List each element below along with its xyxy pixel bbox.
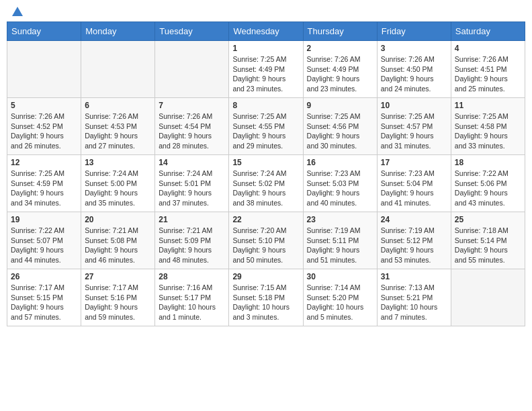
day-info: Sunrise: 7:18 AM Sunset: 5:14 PM Dayligh… (455, 226, 521, 265)
day-number: 2 (307, 44, 373, 53)
calendar-cell: 27Sunrise: 7:17 AM Sunset: 5:16 PM Dayli… (81, 269, 155, 326)
day-info: Sunrise: 7:25 AM Sunset: 4:56 PM Dayligh… (307, 111, 373, 151)
calendar-cell: 25Sunrise: 7:18 AM Sunset: 5:14 PM Dayli… (451, 212, 525, 269)
calendar-cell (155, 41, 229, 98)
day-info: Sunrise: 7:21 AM Sunset: 5:08 PM Dayligh… (85, 226, 151, 265)
day-info: Sunrise: 7:14 AM Sunset: 5:20 PM Dayligh… (307, 283, 373, 322)
day-info: Sunrise: 7:17 AM Sunset: 5:15 PM Dayligh… (11, 283, 77, 322)
day-info: Sunrise: 7:26 AM Sunset: 4:51 PM Dayligh… (455, 54, 521, 94)
day-number: 6 (85, 101, 151, 110)
calendar-cell: 30Sunrise: 7:14 AM Sunset: 5:20 PM Dayli… (303, 269, 377, 326)
day-number: 19 (11, 215, 77, 224)
calendar-cell: 5Sunrise: 7:26 AM Sunset: 4:52 PM Daylig… (7, 98, 81, 155)
day-number: 24 (381, 215, 447, 224)
calendar-cell: 4Sunrise: 7:26 AM Sunset: 4:51 PM Daylig… (451, 41, 525, 98)
column-header-friday: Friday (377, 22, 451, 41)
calendar-cell: 11Sunrise: 7:25 AM Sunset: 4:58 PM Dayli… (451, 98, 525, 155)
calendar-cell: 20Sunrise: 7:21 AM Sunset: 5:08 PM Dayli… (81, 212, 155, 269)
day-number: 16 (307, 158, 373, 167)
day-info: Sunrise: 7:19 AM Sunset: 5:11 PM Dayligh… (307, 226, 373, 265)
day-number: 7 (159, 101, 225, 110)
calendar-cell: 16Sunrise: 7:23 AM Sunset: 5:03 PM Dayli… (303, 155, 377, 212)
day-info: Sunrise: 7:26 AM Sunset: 4:49 PM Dayligh… (307, 54, 373, 94)
day-number: 9 (307, 101, 373, 110)
calendar-cell: 24Sunrise: 7:19 AM Sunset: 5:12 PM Dayli… (377, 212, 451, 269)
day-info: Sunrise: 7:26 AM Sunset: 4:52 PM Dayligh… (11, 111, 77, 151)
calendar-cell: 7Sunrise: 7:26 AM Sunset: 4:54 PM Daylig… (155, 98, 229, 155)
column-header-tuesday: Tuesday (155, 22, 229, 41)
day-info: Sunrise: 7:17 AM Sunset: 5:16 PM Dayligh… (85, 283, 151, 322)
day-number: 23 (307, 215, 373, 224)
day-info: Sunrise: 7:24 AM Sunset: 5:00 PM Dayligh… (85, 169, 151, 208)
calendar-header-row: SundayMondayTuesdayWednesdayThursdayFrid… (7, 22, 525, 41)
calendar-cell: 28Sunrise: 7:16 AM Sunset: 5:17 PM Dayli… (155, 269, 229, 326)
day-number: 1 (232, 44, 299, 53)
day-number: 11 (455, 101, 521, 110)
day-info: Sunrise: 7:19 AM Sunset: 5:12 PM Dayligh… (381, 226, 447, 265)
day-number: 22 (232, 215, 299, 224)
calendar-cell: 23Sunrise: 7:19 AM Sunset: 5:11 PM Dayli… (303, 212, 377, 269)
calendar-cell (81, 41, 155, 98)
day-info: Sunrise: 7:21 AM Sunset: 5:09 PM Dayligh… (159, 226, 225, 265)
calendar-cell: 3Sunrise: 7:26 AM Sunset: 4:50 PM Daylig… (377, 41, 451, 98)
day-info: Sunrise: 7:22 AM Sunset: 5:07 PM Dayligh… (11, 226, 77, 265)
day-info: Sunrise: 7:24 AM Sunset: 5:02 PM Dayligh… (232, 169, 299, 208)
calendar-cell: 2Sunrise: 7:26 AM Sunset: 4:49 PM Daylig… (303, 41, 377, 98)
day-number: 10 (381, 101, 447, 110)
day-number: 29 (232, 272, 299, 281)
day-number: 31 (381, 272, 447, 281)
day-number: 8 (232, 101, 299, 110)
day-info: Sunrise: 7:26 AM Sunset: 4:54 PM Dayligh… (159, 111, 225, 151)
day-info: Sunrise: 7:20 AM Sunset: 5:10 PM Dayligh… (232, 226, 299, 265)
column-header-thursday: Thursday (303, 22, 377, 41)
calendar-week-3: 12Sunrise: 7:25 AM Sunset: 4:59 PM Dayli… (7, 155, 525, 212)
day-number: 14 (159, 158, 225, 167)
calendar-cell: 15Sunrise: 7:24 AM Sunset: 5:02 PM Dayli… (229, 155, 303, 212)
day-info: Sunrise: 7:22 AM Sunset: 5:06 PM Dayligh… (455, 169, 521, 208)
day-info: Sunrise: 7:24 AM Sunset: 5:01 PM Dayligh… (159, 169, 225, 208)
day-info: Sunrise: 7:25 AM Sunset: 4:57 PM Dayligh… (381, 111, 447, 151)
calendar-cell: 29Sunrise: 7:15 AM Sunset: 5:18 PM Dayli… (229, 269, 303, 326)
day-number: 15 (232, 158, 299, 167)
day-info: Sunrise: 7:26 AM Sunset: 4:50 PM Dayligh… (381, 54, 447, 94)
day-info: Sunrise: 7:25 AM Sunset: 4:59 PM Dayligh… (11, 169, 77, 208)
column-header-wednesday: Wednesday (229, 22, 303, 41)
day-number: 20 (85, 215, 151, 224)
calendar-cell: 8Sunrise: 7:25 AM Sunset: 4:55 PM Daylig… (229, 98, 303, 155)
logo-icon (11, 5, 24, 19)
day-info: Sunrise: 7:16 AM Sunset: 5:17 PM Dayligh… (159, 283, 225, 322)
day-info: Sunrise: 7:25 AM Sunset: 4:49 PM Dayligh… (232, 54, 299, 94)
calendar-cell: 9Sunrise: 7:25 AM Sunset: 4:56 PM Daylig… (303, 98, 377, 155)
day-info: Sunrise: 7:23 AM Sunset: 5:03 PM Dayligh… (307, 169, 373, 208)
calendar-week-5: 26Sunrise: 7:17 AM Sunset: 5:15 PM Dayli… (7, 269, 525, 326)
calendar-cell: 14Sunrise: 7:24 AM Sunset: 5:01 PM Dayli… (155, 155, 229, 212)
svg-marker-0 (12, 7, 23, 16)
calendar-cell (7, 41, 81, 98)
calendar-cell: 19Sunrise: 7:22 AM Sunset: 5:07 PM Dayli… (7, 212, 81, 269)
calendar-cell: 26Sunrise: 7:17 AM Sunset: 5:15 PM Dayli… (7, 269, 81, 326)
day-info: Sunrise: 7:26 AM Sunset: 4:53 PM Dayligh… (85, 111, 151, 151)
day-info: Sunrise: 7:25 AM Sunset: 4:55 PM Dayligh… (232, 111, 299, 151)
calendar-week-2: 5Sunrise: 7:26 AM Sunset: 4:52 PM Daylig… (7, 98, 525, 155)
day-number: 25 (455, 215, 521, 224)
day-number: 3 (381, 44, 447, 53)
day-number: 17 (381, 158, 447, 167)
day-number: 30 (307, 272, 373, 281)
day-info: Sunrise: 7:15 AM Sunset: 5:18 PM Dayligh… (232, 283, 299, 322)
day-number: 4 (455, 44, 521, 53)
calendar-cell (451, 269, 525, 326)
calendar-cell: 13Sunrise: 7:24 AM Sunset: 5:00 PM Dayli… (81, 155, 155, 212)
day-number: 21 (159, 215, 225, 224)
calendar-cell: 22Sunrise: 7:20 AM Sunset: 5:10 PM Dayli… (229, 212, 303, 269)
calendar-cell: 17Sunrise: 7:23 AM Sunset: 5:04 PM Dayli… (377, 155, 451, 212)
page-header (7, 7, 525, 16)
column-header-sunday: Sunday (7, 22, 81, 41)
day-number: 12 (11, 158, 77, 167)
calendar-cell: 10Sunrise: 7:25 AM Sunset: 4:57 PM Dayli… (377, 98, 451, 155)
calendar-cell: 6Sunrise: 7:26 AM Sunset: 4:53 PM Daylig… (81, 98, 155, 155)
column-header-saturday: Saturday (451, 22, 525, 41)
calendar-cell: 18Sunrise: 7:22 AM Sunset: 5:06 PM Dayli… (451, 155, 525, 212)
day-number: 27 (85, 272, 151, 281)
day-number: 5 (11, 101, 77, 110)
calendar-table: SundayMondayTuesdayWednesdayThursdayFrid… (7, 21, 525, 326)
